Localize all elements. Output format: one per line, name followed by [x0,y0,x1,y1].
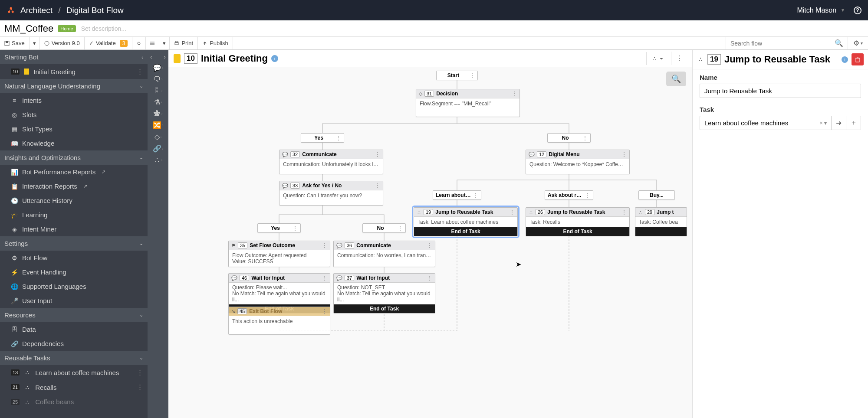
strip-comment-icon[interactable]: 🗨› [154,75,163,83]
sidebar-item-slot-types[interactable]: ▦Slot Types [0,122,148,136]
strip-link-icon[interactable]: 🔗› [153,144,164,153]
name-input[interactable] [700,84,861,98]
chevron-right-icon[interactable]: › [164,53,166,60]
branch-recall[interactable]: Ask about reca...⋮ [545,190,593,200]
section-settings[interactable]: Settings⌄ [0,236,148,251]
node-communicate-32[interactable]: 💬32Communicate⋮ Communication: Unfortuna… [279,150,383,174]
link-button[interactable] [132,37,146,49]
section-starting-bot[interactable]: Starting Bot‹ [0,50,148,64]
node-set-outcome[interactable]: ⚑35Set Flow Outcome⋮ Flow Outcome: Agent… [228,241,330,267]
chevron-down-icon[interactable]: ▼ [841,8,845,13]
sidebar-item-data[interactable]: 🗄Data [0,322,148,336]
save-button[interactable]: Save [0,37,30,49]
publish-button[interactable]: Publish [198,37,233,49]
more-icon[interactable]: ⋮ [427,275,432,281]
home-badge[interactable]: Home [58,25,76,32]
flow-canvas[interactable]: 🔍 [168,67,692,418]
node-jump-26[interactable]: ⛬26Jump to Reusable Task⋮ Task: Recalls … [526,207,630,236]
more-icon[interactable]: ⋮ [582,135,588,141]
more-icon[interactable]: ⋮ [322,275,327,281]
sidebar-item-recalls[interactable]: 21⛬Recalls⋮ [0,380,148,395]
breadcrumb-root[interactable]: Architect [20,6,53,15]
sidebar-item-learning[interactable]: 🎓Learning [0,208,148,222]
sidebar-item-interaction-reports[interactable]: 📋Interaction Reports↗ [0,179,148,193]
goto-task-button[interactable]: ➜ [832,116,846,130]
node-start[interactable]: Start ⋮ [436,71,478,80]
chevron-left-icon[interactable]: ‹ [150,53,152,60]
node-jump-19[interactable]: ⛬19Jump to Reusable Task⋮ Task: Learn ab… [414,207,518,236]
strip-branch-icon[interactable]: ⚗› [154,98,162,106]
branch-yes-1[interactable]: Yes⋮ [301,133,344,143]
sidebar-item-intent-miner[interactable]: ◈Intent Miner [0,222,148,236]
info-icon[interactable]: i [842,56,848,63]
list-dropdown[interactable]: ▾ [159,37,170,49]
more-icon[interactable]: ⋮ [375,183,380,189]
hierarchy-dropdown[interactable]: ⛬ ▾ [646,52,667,65]
more-icon[interactable]: ⋮ [621,151,627,157]
clear-dropdown-icon[interactable]: × ▾ [820,120,827,126]
section-insights[interactable]: Insights and Optimizations⌄ [0,150,148,165]
version-button[interactable]: Version 9.0 [40,37,85,49]
user-name[interactable]: Mitch Mason [797,7,836,14]
search-icon[interactable]: 🔍 [835,39,843,47]
search-input[interactable] [730,40,835,47]
branch-no-2[interactable]: No⋮ [362,223,406,233]
more-icon[interactable]: ⋮ [398,225,403,231]
sidebar-item-bot-flow[interactable]: ⚙Bot Flow [0,251,148,265]
more-icon[interactable]: ⋮ [470,72,475,78]
node-communicate-36[interactable]: 💬36Communicate⋮ Communication: No worrie… [333,241,435,267]
more-icon[interactable]: ⋮ [427,242,432,248]
save-dropdown[interactable]: ▾ [30,37,40,49]
strip-shuffle-icon[interactable]: 🔀› [153,121,164,129]
strip-chat-icon[interactable]: 💬› [153,64,164,72]
search-flow-field[interactable]: 🔍 [726,37,848,49]
strip-diamond-icon[interactable]: ◇› [155,133,162,141]
more-icon[interactable]: ⋮ [512,91,517,97]
more-icon[interactable]: ⋮ [621,209,627,215]
sidebar-item-slots[interactable]: ◎Slots [0,108,148,122]
sidebar-item-learn-coffee[interactable]: 13⛬Learn about coffee machines⋮ [0,365,148,380]
sidebar-item-intents[interactable]: ≡Intents [0,93,148,108]
more-icon[interactable]: ⋮ [293,225,298,231]
more-icon[interactable]: ⋮ [585,192,590,198]
sidebar-item-dependencies[interactable]: 🔗Dependencies [0,336,148,351]
print-button[interactable]: Print [170,37,198,49]
add-task-button[interactable]: ＋ [846,116,861,130]
section-resources[interactable]: Resources⌄ [0,308,148,322]
more-icon[interactable]: ⋮ [322,242,327,248]
node-jump-29[interactable]: ⛬29Jump t Task: Coffee bea [635,207,687,236]
branch-no-1[interactable]: No⋮ [547,133,591,143]
more-icon[interactable]: ⋮ [375,151,380,157]
strip-hierarchy-icon[interactable]: ⛬› [154,156,163,164]
info-icon[interactable]: i [271,55,278,62]
sidebar-item-initial-greeting[interactable]: 10 Initial Greeting ⋮ [0,64,148,79]
node-wait-37[interactable]: 💬37Wait for Input⋮ Question: NOT_SETNo M… [333,273,435,314]
node-exit-bot[interactable]: ↘45Exit Bot Flow⋮ This action is unreach… [228,307,330,335]
nav-prev-next[interactable]: ‹› [148,53,168,60]
section-nlu[interactable]: Natural Language Understanding⌄ [0,79,148,93]
canvas-more[interactable]: ⋮ [671,52,687,65]
validate-button[interactable]: ✓ Validate 3 [85,37,133,49]
list-button[interactable] [146,37,159,49]
task-select[interactable]: Learn about coffee machines × ▾ [700,116,832,130]
canvas-search-button[interactable]: 🔍 [666,72,686,86]
more-icon[interactable]: ⋮ [322,308,327,314]
strip-database-icon[interactable]: 🗄› [154,87,163,95]
more-icon[interactable]: ⋮ [137,383,143,391]
sidebar-item-coffee-beans[interactable]: 25⛬Coffee beans [0,395,148,409]
more-icon[interactable]: ⋮ [510,209,515,215]
sidebar-item-languages[interactable]: 🌐Supported Languages [0,279,148,294]
more-icon[interactable]: ⋮ [336,135,341,141]
section-reusable[interactable]: Reusable Tasks⌄ [0,351,148,365]
sidebar-item-bot-perf[interactable]: 📊Bot Performance Reports↗ [0,165,148,179]
node-ask-yesno[interactable]: 💬33Ask for Yes / No⋮ Question: Can I tra… [279,181,383,206]
branch-yes-2[interactable]: Yes⋮ [257,223,301,233]
desc-placeholder[interactable]: Set description... [81,25,126,32]
node-decision[interactable]: ◇31Decision⋮ Flow.Segment == "MM_Recall" [416,89,520,117]
sidebar-item-knowledge[interactable]: 📖Knowledge [0,136,148,150]
strip-road-icon[interactable]: 🛣› [154,110,163,118]
more-icon[interactable]: ⋮ [137,68,143,75]
more-icon[interactable]: ⋮ [137,369,143,376]
breadcrumb-leaf[interactable]: Digital Bot Flow [66,6,124,15]
gear-button[interactable]: ⚙▾ [848,37,868,49]
